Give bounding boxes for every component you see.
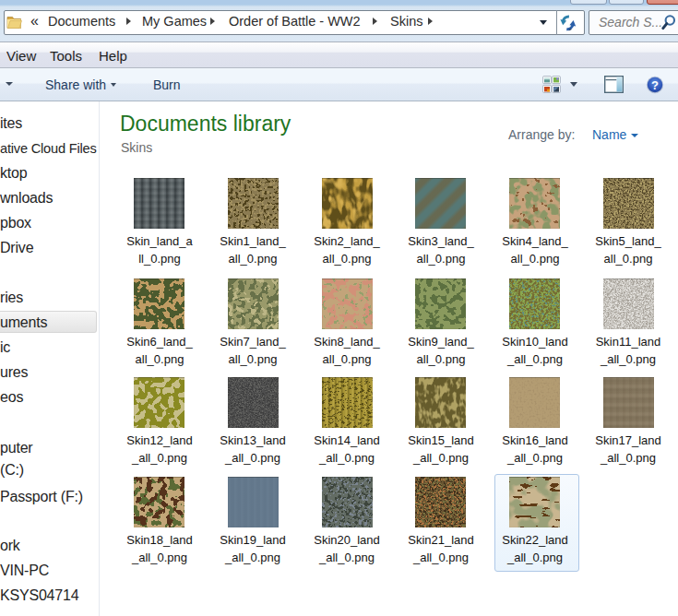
svg-text:?: ? [651, 78, 659, 92]
